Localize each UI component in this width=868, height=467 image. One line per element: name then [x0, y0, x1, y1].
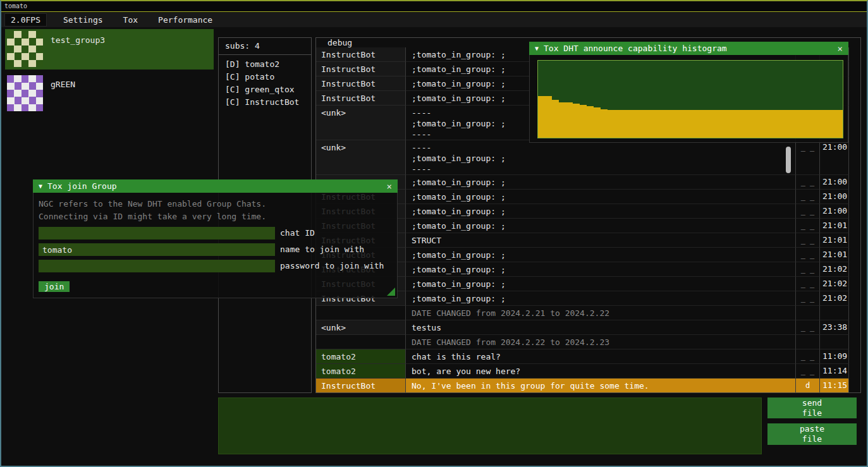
member-item[interactable]: [C] InstructBot: [219, 96, 311, 109]
histogram-bar: [836, 110, 843, 138]
join-fields: chat IDname to join withpassword to join…: [39, 227, 392, 272]
join-field-row: chat ID: [39, 227, 392, 240]
fps-counter: 2.0FPS: [4, 13, 47, 27]
message-line: ----: [412, 164, 795, 174]
message-text: ----;tomato_in_group: ;----: [406, 140, 795, 175]
join-button[interactable]: join: [39, 281, 70, 292]
row-gutter: [849, 349, 860, 364]
send-file-button[interactable]: send file: [767, 397, 857, 418]
close-icon[interactable]: ×: [387, 181, 392, 191]
chat-row[interactable]: <unk>----;tomato_in_group: ;----_ _21:00: [316, 140, 860, 175]
chat-row[interactable]: InstructBotNo, I've been in this group f…: [316, 379, 860, 392]
message-text: STRUCT: [406, 233, 795, 248]
group-item-test_group3[interactable]: test_group3: [5, 29, 214, 70]
chat-row[interactable]: InstructBot;tomato_in_group: ;_ _21:01: [316, 219, 860, 233]
chat-row[interactable]: InstructBotSTRUCT_ _21:01: [316, 233, 860, 248]
histogram-bar: [580, 105, 587, 138]
message-text: chat is this real?: [406, 349, 795, 364]
chat-row[interactable]: InstructBot;tomato_in_group: ;_ _21:00: [316, 190, 860, 204]
chat-row[interactable]: <unk>testus_ _23:38: [316, 320, 860, 335]
histogram-bar: [663, 110, 669, 138]
chat-row[interactable]: tomato2bot, are you new here?_ _11:14: [316, 364, 860, 379]
message-author: [316, 335, 406, 349]
histogram-bar: [760, 110, 767, 138]
message-time: 11:14: [819, 364, 849, 379]
member-item[interactable]: [C] green_qtox: [219, 83, 311, 96]
histogram-bar: [794, 110, 801, 138]
member-item[interactable]: [D] tomato2: [219, 58, 311, 71]
collapse-icon[interactable]: ▼: [535, 45, 539, 52]
histogram-bar: [697, 110, 704, 138]
row-gutter: [849, 277, 860, 291]
join-field-label: password to join with: [280, 260, 384, 272]
message-line: chat is this real?: [412, 351, 795, 362]
chat-row[interactable]: InstructBot;tomato_in_group: ;_ _21:02: [316, 262, 860, 277]
chat-row[interactable]: InstructBot;tomato_in_group: ;_ _21:02: [316, 277, 860, 291]
message-text: DATE CHANGED from 2024.2.21 to 2024.2.22: [406, 306, 795, 320]
histogram-window-titlebar[interactable]: ▼ Tox DHT announce capability histogram …: [529, 42, 848, 55]
message-author: <unk>: [316, 140, 406, 175]
message-text: ;tomato_in_group: ;: [406, 219, 795, 233]
join-dialog-titlebar[interactable]: ▼ Tox join Group ×: [33, 179, 398, 193]
histogram-bar: [614, 110, 621, 138]
histogram-bar: [621, 110, 628, 138]
chat-row[interactable]: InstructBot;tomato_in_group: ;_ _21:02: [316, 291, 860, 306]
member-item[interactable]: [C] potato: [219, 71, 311, 83]
window-titlebar: tomato: [1, 1, 867, 12]
histogram-bar: [656, 110, 663, 138]
message-time: 21:02: [819, 291, 849, 306]
menu-item-tox[interactable]: Tox: [116, 14, 145, 26]
message-flags: [795, 306, 819, 320]
histogram-bar: [669, 110, 676, 138]
row-gutter: [849, 320, 860, 335]
row-gutter: [849, 379, 860, 392]
message-line: ;tomato_in_group: ;: [412, 250, 795, 260]
join-field-label: name to join with: [280, 243, 364, 256]
chat-row[interactable]: InstructBot;tomato_in_group: ;_ _21:00: [316, 175, 860, 190]
group-name: test_group3: [51, 35, 105, 70]
join-field-row: name to join with: [39, 243, 392, 256]
resize-grip[interactable]: [387, 288, 395, 296]
row-gutter: [849, 76, 860, 91]
message-line: DATE CHANGED from 2024.2.21 to 2024.2.22: [412, 308, 795, 318]
message-author: InstructBot: [316, 76, 406, 91]
message-text: ;tomato_in_group: ;: [406, 248, 795, 262]
message-text: bot, are you new here?: [406, 364, 795, 379]
message-line: ;tomato_in_group: ;: [412, 264, 795, 275]
message-flags: _ _: [795, 219, 819, 233]
group-item-green[interactable]: gREEN: [5, 73, 214, 114]
message-time: 23:38: [819, 320, 849, 335]
histogram-bar: [780, 110, 787, 138]
chat-row[interactable]: DATE CHANGED from 2024.2.21 to 2024.2.22: [316, 306, 860, 320]
message-flags: _ _: [795, 320, 819, 335]
join-group-dialog: ▼ Tox join Group × NGC refers to the New…: [33, 179, 398, 298]
row-gutter: [849, 233, 860, 248]
chat-row[interactable]: DATE CHANGED from 2024.2.22 to 2024.2.23: [316, 335, 860, 349]
join-field-input-2[interactable]: [39, 260, 275, 272]
chat-row[interactable]: InstructBot;tomato_in_group: ;_ _21:00: [316, 204, 860, 219]
close-icon[interactable]: ×: [838, 44, 843, 54]
histogram-bar: [545, 96, 552, 138]
histogram-bar: [704, 110, 711, 138]
menu-item-performance[interactable]: Performance: [150, 14, 220, 26]
chat-scrollbar-thumb[interactable]: [786, 147, 791, 173]
message-flags: [795, 335, 819, 349]
composer-input[interactable]: [218, 397, 762, 454]
message-time: 21:00: [819, 175, 849, 190]
chat-row[interactable]: tomato2chat is this real?_ _11:09: [316, 349, 860, 364]
collapse-icon[interactable]: ▼: [39, 183, 42, 190]
paste-file-button[interactable]: paste file: [767, 423, 857, 445]
join-field-input-1[interactable]: [39, 243, 275, 256]
chat-row[interactable]: InstructBot;tomato_in_group: ;_ _21:01: [316, 248, 860, 262]
message-author: InstructBot: [316, 379, 406, 392]
join-field-label: chat ID: [280, 227, 315, 240]
message-author: tomato2: [316, 349, 406, 364]
row-gutter: [849, 106, 860, 140]
message-flags: _ _: [795, 364, 819, 379]
message-text: ;tomato_in_group: ;: [406, 190, 795, 204]
join-field-input-0[interactable]: [39, 227, 275, 240]
message-author: <unk>: [316, 320, 406, 335]
menu-item-settings[interactable]: Settings: [56, 14, 111, 26]
histogram-bar: [725, 110, 732, 138]
row-gutter: [849, 291, 860, 306]
